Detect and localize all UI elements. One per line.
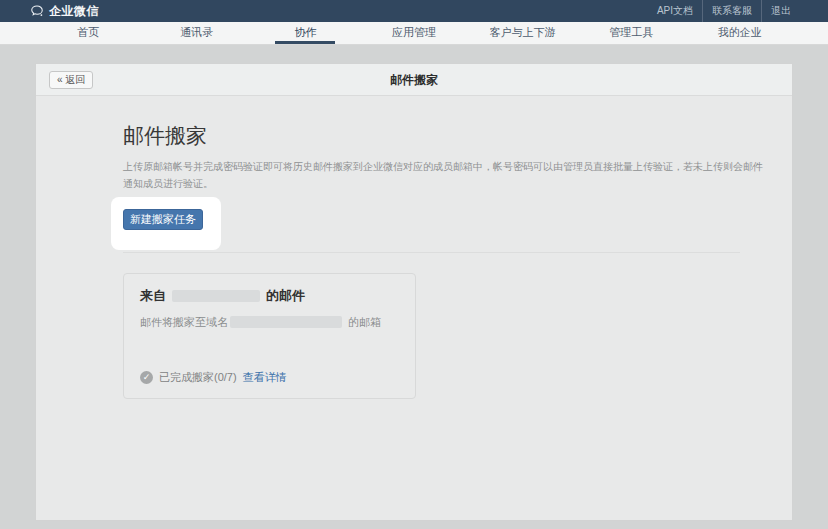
tab-collaboration[interactable]: 协作: [251, 22, 360, 44]
section-description: 上传原邮箱帐号并完成密码验证即可将历史邮件搬家到企业微信对应的成员邮箱中，帐号密…: [123, 159, 765, 192]
back-button[interactable]: « 返回: [49, 71, 93, 89]
section-heading: 邮件搬家: [123, 122, 792, 150]
check-circle-icon: ✓: [140, 371, 153, 384]
page-title: 邮件搬家: [36, 64, 792, 96]
section-divider: [123, 252, 740, 253]
brand: 企业微信: [30, 3, 99, 20]
card-title-suffix: 的邮件: [266, 288, 305, 303]
top-bar: 企业微信 API文档 联系客服 退出: [0, 0, 828, 22]
card-body-prefix: 邮件将搬家至域名: [140, 316, 228, 328]
redacted-target-domain: [230, 316, 342, 328]
card-footer: ✓ 已完成搬家(0/7) 查看详情: [140, 370, 287, 385]
redacted-source-domain: [172, 290, 260, 302]
tab-app-management[interactable]: 应用管理: [360, 22, 469, 44]
tab-home[interactable]: 首页: [34, 22, 143, 44]
tab-my-company[interactable]: 我的企业: [685, 22, 794, 44]
migration-task-card: 来自的邮件 邮件将搬家至域名的邮箱 ✓ 已完成搬家(0/7) 查看详情: [123, 273, 416, 399]
api-docs-link[interactable]: API文档: [648, 0, 702, 22]
card-body: 邮件将搬家至域名的邮箱: [140, 315, 399, 330]
chat-bubble-logo-icon: [30, 4, 44, 18]
new-migration-task-button[interactable]: 新建搬家任务: [123, 209, 203, 230]
main-nav: 首页 通讯录 协作 应用管理 客户与上下游 管理工具 我的企业: [0, 22, 828, 45]
card-title: 来自的邮件: [140, 287, 399, 305]
tab-contacts[interactable]: 通讯录: [143, 22, 252, 44]
highlight-overlay: 新建搬家任务: [111, 197, 221, 250]
main-content: 邮件搬家 上传原邮箱帐号并完成密码验证即可将历史邮件搬家到企业微信对应的成员邮箱…: [36, 96, 792, 399]
contact-support-link[interactable]: 联系客服: [702, 0, 761, 22]
content-panel: « 返回 邮件搬家 邮件搬家 上传原邮箱帐号并完成密码验证即可将历史邮件搬家到企…: [35, 63, 793, 521]
tab-customers[interactable]: 客户与上下游: [468, 22, 577, 44]
topbar-links: API文档 联系客服 退出: [648, 0, 800, 22]
logout-link[interactable]: 退出: [761, 0, 800, 22]
view-details-link[interactable]: 查看详情: [243, 370, 287, 385]
page-header: « 返回 邮件搬家: [36, 64, 792, 96]
migration-status-text: 已完成搬家(0/7): [159, 370, 237, 385]
card-body-suffix: 的邮箱: [348, 316, 381, 328]
card-title-prefix: 来自: [140, 288, 166, 303]
tab-admin-tools[interactable]: 管理工具: [577, 22, 686, 44]
brand-name: 企业微信: [49, 3, 99, 20]
